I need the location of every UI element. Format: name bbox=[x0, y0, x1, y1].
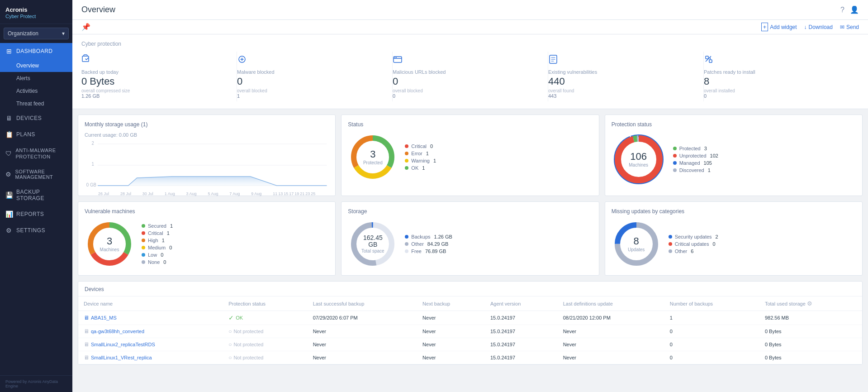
status-title: Status bbox=[348, 121, 592, 128]
legend-protected: Protected3 bbox=[673, 146, 718, 151]
vulnerable-donut-widget: 3 Machines Secured1 Critical1 bbox=[85, 219, 329, 269]
sidebar-item-anti-malware[interactable]: 🛡 ANTI-MALWARE PROTECTION bbox=[0, 143, 72, 165]
unprotected-dot bbox=[673, 154, 677, 158]
storage-widget: Storage 162.45 GB bbox=[341, 201, 599, 276]
vulnerabilities-label: Existing vulnerabilities bbox=[548, 69, 694, 75]
patches-sub-label: overall installed bbox=[704, 88, 850, 93]
malware-value: 0 bbox=[237, 76, 383, 87]
status-donut-center: 3 Protected bbox=[363, 148, 383, 166]
managed-dot bbox=[673, 161, 677, 165]
storage-donut-center: 162.45 GB Total space bbox=[360, 234, 385, 254]
metrics-row: Backed up today 0 Bytes overall compress… bbox=[81, 52, 859, 101]
malicious-urls-label: Malicious URLs blocked bbox=[393, 69, 539, 75]
sidebar-item-settings[interactable]: ⚙ SETTINGS bbox=[0, 222, 72, 239]
legend-medium: Medium0 bbox=[142, 245, 173, 250]
anti-malware-label: ANTI-MALWARE PROTECTION bbox=[16, 147, 67, 160]
sidebar-item-plans[interactable]: 📋 PLANS bbox=[0, 126, 72, 143]
sidebar-item-devices[interactable]: 🖥 DEVICES bbox=[0, 110, 72, 126]
legend-critical-updates: Critical updates0 bbox=[669, 241, 718, 247]
user-icon[interactable]: 👤 bbox=[850, 5, 859, 14]
cell-device-name: 🖥SmallLinux2_replicaTestRDS bbox=[78, 338, 223, 351]
cell-last-def-update: 08/21/2020 12:00 PM bbox=[558, 311, 664, 325]
send-button[interactable]: ✉ Send bbox=[840, 24, 859, 30]
devices-header: Devices bbox=[78, 282, 862, 296]
cell-last-backup: Never bbox=[308, 351, 417, 364]
main-content: Overview ? 👤 📌 + Add widget ↓ Download ✉ bbox=[72, 0, 868, 392]
add-widget-button[interactable]: + Add widget bbox=[761, 23, 797, 31]
missing-updates-donut-widget: 8 Updates Security updates2 Critical upd… bbox=[612, 219, 856, 269]
help-icon[interactable]: ? bbox=[840, 6, 844, 14]
cell-total-storage: 0 Bytes bbox=[759, 351, 862, 364]
malware-icon bbox=[237, 54, 383, 67]
backed-up-label: Backed up today bbox=[81, 69, 228, 75]
cyber-protection-label: Cyber protection bbox=[81, 41, 859, 47]
legend-other-updates: Other6 bbox=[669, 249, 718, 254]
x-label-8: 9 Aug bbox=[251, 191, 261, 196]
sidebar-sub-overview[interactable]: Overview bbox=[0, 59, 72, 72]
sidebar: Acronis Cyber Protect Organization ▾ ⊞ D… bbox=[0, 0, 72, 392]
x-label-7: 7 Aug bbox=[229, 191, 240, 196]
x-label-4: 1 Aug bbox=[165, 191, 175, 196]
cell-device-name: 🖥qa-gw3t68hh_converted bbox=[78, 325, 223, 338]
protected-dot bbox=[673, 147, 677, 150]
sidebar-sub-threat-feed[interactable]: Threat feed bbox=[0, 97, 72, 110]
patches-value: 8 bbox=[704, 76, 850, 87]
device-link[interactable]: SmallLinux2_replicaTestRDS bbox=[91, 342, 155, 347]
x-label-3: 30 Jul bbox=[142, 191, 153, 196]
cell-total-storage: 0 Bytes bbox=[759, 325, 862, 338]
sidebar-item-backup[interactable]: 💾 BACKUP STORAGE bbox=[0, 184, 72, 206]
dashboard-icon: ⊞ bbox=[5, 48, 13, 55]
legend-low: Low0 bbox=[142, 252, 173, 258]
status-widget: Status 3 bbox=[341, 115, 599, 196]
legend-error: Error1 bbox=[405, 151, 436, 156]
anti-malware-icon: 🛡 bbox=[5, 150, 12, 157]
cell-protection-status: ○ Not protected bbox=[223, 325, 308, 338]
storage-value: 162.45 GB bbox=[360, 234, 385, 249]
backup-icon: 💾 bbox=[5, 191, 13, 199]
cell-agent-version: 15.0.24197 bbox=[485, 351, 558, 364]
patches-icon bbox=[704, 54, 850, 67]
sidebar-footer: Powered by Acronis AnyData Engine bbox=[0, 375, 72, 392]
device-link[interactable]: ABA15_MS bbox=[91, 315, 117, 320]
col-num-backups: Number of backups bbox=[664, 296, 759, 311]
cell-last-backup: Never bbox=[308, 338, 417, 351]
cell-protection-status: ✓ OK bbox=[223, 311, 308, 325]
download-button[interactable]: ↓ Download bbox=[804, 24, 833, 30]
device-link[interactable]: qa-gw3t68hh_converted bbox=[91, 329, 144, 334]
sidebar-item-reports[interactable]: 📊 REPORTS bbox=[0, 206, 72, 222]
col-last-backup: Last successful backup bbox=[308, 296, 417, 311]
devices-section: Devices Device name Protection status La… bbox=[78, 281, 863, 365]
sidebar-sub-alerts[interactable]: Alerts bbox=[0, 72, 72, 85]
storage-legend: Backups1.26 GB Other84.29 GB Free76.89 G… bbox=[405, 234, 452, 254]
software-label: SOFTWARE MANAGEMENT bbox=[15, 169, 67, 180]
missing-updates-legend: Security updates2 Critical updates0 Othe… bbox=[669, 234, 718, 254]
logo-product: Cyber Protect bbox=[5, 14, 36, 19]
sidebar-item-software[interactable]: ⚙ SOFTWARE MANAGEMENT bbox=[0, 164, 72, 184]
dashboard-label: DASHBOARD bbox=[16, 48, 53, 54]
col-next-backup: Next backup bbox=[417, 296, 485, 311]
x-label-1: 26 Jul bbox=[98, 191, 109, 196]
sidebar-item-dashboard[interactable]: ⊞ DASHBOARD bbox=[0, 43, 72, 59]
column-settings-icon[interactable]: ⚙ bbox=[807, 300, 812, 307]
sidebar-sub-activities[interactable]: Activities bbox=[0, 85, 72, 97]
status-donut-widget: 3 Protected Critical0 Error1 bbox=[348, 132, 592, 182]
device-link[interactable]: SmallLinux1_VRest_replica bbox=[91, 355, 152, 360]
add-widget-icon: + bbox=[761, 23, 768, 31]
send-icon: ✉ bbox=[840, 24, 844, 30]
legend-managed: Managed105 bbox=[673, 160, 718, 166]
pin-icon[interactable]: 📌 bbox=[81, 23, 90, 31]
vulnerable-machines-widget: Vulnerable machines 3 bbox=[78, 201, 336, 276]
status-legend: Critical0 Error1 Warning1 OK1 bbox=[405, 143, 436, 171]
plans-icon: 📋 bbox=[5, 131, 13, 138]
discovered-dot bbox=[673, 168, 677, 172]
svg-text:1: 1 bbox=[91, 162, 94, 167]
backed-up-value: 0 Bytes bbox=[81, 76, 228, 87]
devices-table: Device name Protection status Last succe… bbox=[78, 296, 862, 364]
warning-dot bbox=[405, 159, 408, 163]
org-selector[interactable]: Organization ▾ bbox=[4, 28, 69, 39]
status-ok: ✓ OK bbox=[228, 314, 302, 321]
monthly-storage-widget: Monthly storage usage (1) Current usage:… bbox=[78, 115, 336, 196]
download-icon: ↓ bbox=[804, 24, 807, 30]
cell-next-backup: Never bbox=[417, 351, 485, 364]
plans-label: PLANS bbox=[16, 131, 35, 138]
